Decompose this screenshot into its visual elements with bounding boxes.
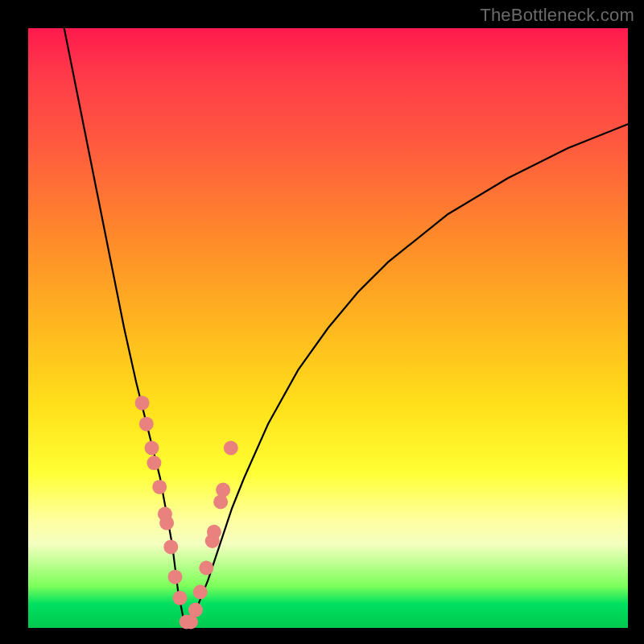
sample-dot xyxy=(168,570,183,584)
sample-dot xyxy=(145,441,159,456)
sample-dot xyxy=(199,561,213,576)
sample-dot xyxy=(188,603,203,617)
sample-dot xyxy=(139,417,154,431)
curve-svg xyxy=(28,28,628,628)
sample-dot xyxy=(193,584,208,599)
bottleneck-curve xyxy=(64,28,628,622)
plot-area xyxy=(28,28,628,628)
sample-dot xyxy=(213,495,228,510)
sample-dot xyxy=(163,539,178,554)
sample-dot xyxy=(207,525,221,539)
sample-dot xyxy=(224,441,238,456)
sample-dots-group xyxy=(135,396,238,630)
sample-dot xyxy=(152,480,167,494)
sample-dot xyxy=(173,591,188,605)
watermark-text: TheBottleneck.com xyxy=(480,5,634,26)
sample-dot xyxy=(216,483,230,497)
sample-dot xyxy=(159,516,174,530)
sample-dot xyxy=(135,396,150,411)
chart-frame: TheBottleneck.com xyxy=(0,0,644,644)
sample-dot xyxy=(147,456,161,470)
